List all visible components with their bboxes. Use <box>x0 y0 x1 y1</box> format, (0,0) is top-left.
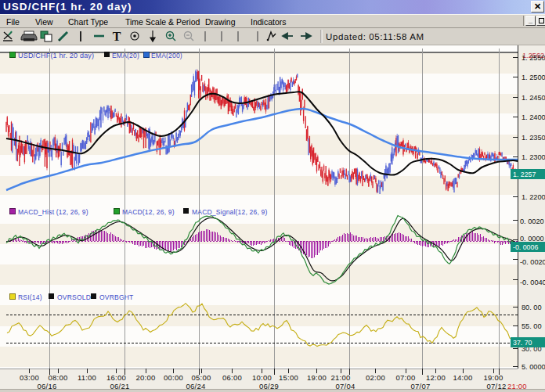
svg-text:1. 2400: 1. 2400 <box>522 113 545 121</box>
svg-text:19:00: 19:00 <box>484 373 503 382</box>
svg-text:1. 2350: 1. 2350 <box>522 134 545 142</box>
svg-text:37. 70: 37. 70 <box>513 339 532 347</box>
svg-text:0. 0000: 0. 0000 <box>520 235 544 243</box>
svg-text:08:00: 08:00 <box>49 373 68 382</box>
svg-text:T: T <box>113 30 121 43</box>
svg-text:Updated: 05:11:58 AM: Updated: 05:11:58 AM <box>326 32 424 41</box>
svg-text:OVRBGHT: OVRBGHT <box>99 293 133 301</box>
svg-text:21:00: 21:00 <box>331 373 351 382</box>
svg-text:14:00: 14:00 <box>453 373 473 382</box>
svg-text:RSI(14): RSI(14) <box>18 293 42 301</box>
svg-text:20:00: 20:00 <box>136 373 156 382</box>
svg-text:1. 2257: 1. 2257 <box>513 171 536 178</box>
svg-text:-0. 0006: -0. 0006 <box>513 243 538 251</box>
svg-text:USD/CHF(1 hr. 20 day): USD/CHF(1 hr. 20 day) <box>18 52 94 59</box>
svg-text:10:00: 10:00 <box>252 373 272 382</box>
svg-text:-0. 0020: -0. 0020 <box>520 258 545 266</box>
svg-text:EMA(200): EMA(200) <box>151 52 182 59</box>
svg-text:MACD_Hist (12, 26, 9): MACD_Hist (12, 26, 9) <box>18 208 88 216</box>
svg-text:1. 2450: 1. 2450 <box>522 94 545 102</box>
svg-text:1. 2550: 1. 2550 <box>522 54 545 62</box>
svg-text:06:00: 06:00 <box>222 373 242 382</box>
svg-text:-0. 0040: -0. 0040 <box>520 279 545 286</box>
svg-text:19:00: 19:00 <box>307 373 327 382</box>
svg-text:00:00: 00:00 <box>164 373 183 382</box>
svg-text:02:00: 02:00 <box>366 373 385 382</box>
svg-text:55. 00: 55. 00 <box>522 322 542 330</box>
svg-text:16:00: 16:00 <box>106 373 126 382</box>
svg-text:1. 2200: 1. 2200 <box>522 193 545 201</box>
svg-text:0. 0020: 0. 0020 <box>520 218 544 225</box>
svg-text:EMA(20): EMA(20) <box>112 52 139 59</box>
svg-text:1. 2500: 1. 2500 <box>522 74 545 81</box>
svg-text:OVRSOLD: OVRSOLD <box>57 293 91 301</box>
svg-text:MACD_Signal(12, 26, 9): MACD_Signal(12, 26, 9) <box>192 208 268 216</box>
svg-text:15:00: 15:00 <box>279 373 298 382</box>
svg-text:5. 0000: 5. 0000 <box>522 363 545 371</box>
svg-text:03:00: 03:00 <box>20 373 39 382</box>
svg-text:05:00: 05:00 <box>192 373 211 382</box>
svg-text:1. 2300: 1. 2300 <box>522 153 545 161</box>
svg-text:MACD(12, 26, 9): MACD(12, 26, 9) <box>122 208 175 216</box>
svg-text:12:00: 12:00 <box>426 373 446 382</box>
svg-text:07:00: 07:00 <box>396 373 416 382</box>
svg-text:11:00: 11:00 <box>78 373 96 382</box>
svg-text:80. 00: 80. 00 <box>522 304 542 311</box>
